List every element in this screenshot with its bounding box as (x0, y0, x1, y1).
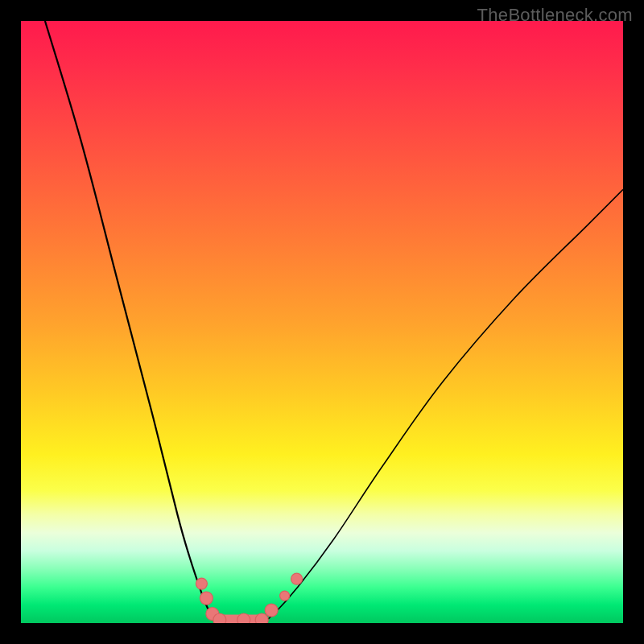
data-marker (280, 591, 290, 601)
data-marker (200, 592, 213, 605)
chart-plot-area (21, 21, 623, 623)
watermark-text: TheBottleneck.com (477, 5, 633, 26)
chart-frame: TheBottleneck.com (0, 0, 644, 644)
marker-group (196, 573, 302, 623)
chart-svg (21, 21, 623, 623)
left-curve (45, 21, 220, 623)
data-marker (213, 613, 226, 623)
right-curve (262, 189, 623, 623)
data-marker (291, 573, 303, 584)
data-marker (237, 613, 250, 623)
data-marker (196, 578, 207, 589)
data-marker (265, 604, 278, 617)
